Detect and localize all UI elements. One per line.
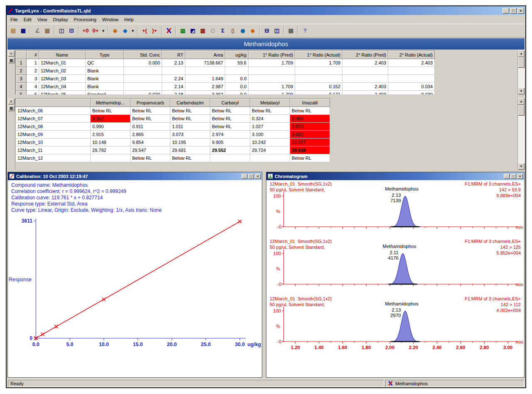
results-cell[interactable]: QC — [86, 59, 124, 67]
summary-cell[interactable]: Below RL — [290, 154, 330, 162]
summary-cell[interactable]: 1.027 — [250, 123, 290, 131]
summary-cell[interactable]: 29.538 — [290, 146, 330, 154]
results-cell[interactable]: 2.14 — [162, 83, 185, 91]
results-cell[interactable]: 2.13 — [162, 59, 185, 67]
results-cell[interactable]: Blank — [86, 83, 124, 91]
summary-cell[interactable]: 10.227 — [290, 139, 330, 146]
results-cell[interactable] — [249, 75, 295, 83]
blank-window-icon[interactable]: □ — [208, 26, 218, 35]
summary-cell[interactable]: 29.547 — [131, 146, 170, 154]
results-cell[interactable]: 1.709 — [249, 91, 295, 95]
chromatogram-window-icon[interactable]: ▨ — [178, 26, 188, 35]
summary-cell[interactable]: 0.317 — [91, 115, 131, 123]
results-cell[interactable]: 1 — [27, 59, 39, 67]
results-cell[interactable]: 0.034 — [388, 83, 435, 91]
results-chart-icon[interactable]: ▥ — [198, 26, 208, 35]
next-bracket-icon[interactable]: )+ — [150, 26, 160, 35]
results-cell[interactable]: 12March_01 — [39, 59, 86, 67]
results-cell[interactable]: 1.709 — [249, 59, 295, 67]
results-cell[interactable]: 0.0 — [225, 83, 249, 91]
scroll-track[interactable] — [518, 116, 525, 163]
results-cell[interactable] — [388, 67, 435, 75]
goto-prev-compound-icon[interactable]: +0 — [81, 26, 91, 35]
nav-dropdown-arrow-icon[interactable]: ▾ — [130, 26, 135, 35]
menu-help[interactable]: Help — [121, 16, 137, 23]
sample-name-cell[interactable]: 12March_07 — [16, 115, 91, 123]
calibration-title-bar[interactable]: Calibration: 10 Oct 2003 12:19:47 _ □ × — [8, 172, 262, 180]
summary-cell[interactable]: 10.242 — [250, 139, 290, 146]
spectrum-window-icon[interactable]: ◩ — [188, 26, 198, 35]
results-cell[interactable]: 3.362 — [185, 91, 225, 95]
close-button[interactable]: × — [517, 174, 523, 179]
title-bar[interactable]: TargetLynx - ConfirmRaisinsTL.qld _ □ × — [7, 6, 525, 15]
results-cell[interactable] — [342, 75, 388, 83]
summary-scrollbar[interactable]: ▲ ▼ — [517, 98, 525, 170]
results-cell[interactable]: Blank — [86, 67, 124, 75]
results-cell[interactable]: 12March_02 — [39, 67, 86, 75]
menu-view[interactable]: View — [34, 16, 50, 23]
menu-window[interactable]: Window — [99, 16, 121, 23]
compass-icon[interactable]: ◆ — [248, 26, 258, 35]
pane-close-icon[interactable]: × — [8, 99, 15, 104]
results-cell[interactable]: 2.403 — [342, 83, 388, 91]
results-cell[interactable]: 0.152 — [295, 83, 342, 91]
scroll-track[interactable] — [518, 68, 525, 88]
pane-pin-icon[interactable]: ▦ — [8, 57, 15, 63]
results-cell[interactable]: 5 — [27, 91, 39, 95]
close-button[interactable]: × — [517, 8, 524, 14]
goto-next-compound-icon[interactable]: 0+ — [91, 26, 101, 35]
summary-cell[interactable]: 2.865 — [131, 131, 170, 139]
results-cell[interactable]: 2.403 — [342, 91, 388, 95]
summary-cell[interactable]: Below RL — [170, 154, 210, 162]
results-cell[interactable] — [162, 67, 185, 75]
sample-name-cell[interactable]: 12March_12 — [16, 154, 91, 162]
summary-cell[interactable]: Below RL — [290, 107, 330, 115]
summary-cell[interactable]: 9.854 — [131, 139, 170, 146]
summary-cell[interactable]: Below RL — [131, 115, 170, 123]
results-scrollbar[interactable]: ▲ ▼ — [517, 50, 525, 94]
summary-cell[interactable]: Below RL — [170, 115, 210, 123]
print-icon[interactable]: ▤ — [286, 26, 296, 35]
results-cell[interactable] — [249, 67, 295, 75]
calibration-curve-icon[interactable]: ▧ — [42, 26, 52, 35]
summary-cell[interactable]: 1.023 — [290, 123, 330, 131]
summary-cell[interactable]: Below RL — [170, 107, 210, 115]
results-cell[interactable]: 2.24 — [162, 75, 185, 83]
summary-cell[interactable]: 29.782 — [91, 146, 131, 154]
results-cell[interactable]: 2.403 — [342, 59, 388, 67]
threshold-icon[interactable]: ∠ — [32, 26, 42, 35]
summary-cell[interactable]: 3.100 — [250, 131, 290, 139]
pane-close-icon[interactable]: × — [8, 51, 15, 57]
results-cell[interactable]: 3 — [27, 75, 39, 83]
summary-cell[interactable] — [250, 154, 290, 162]
summary-cell[interactable]: 29.681 — [170, 146, 210, 154]
summary-cell[interactable]: Below RL — [131, 154, 170, 162]
results-cell[interactable]: 0.020 — [124, 91, 162, 95]
results-cell[interactable] — [124, 67, 162, 75]
summary-cell[interactable]: 2.974 — [210, 131, 250, 139]
row-selector[interactable]: 5 — [16, 91, 27, 95]
summary-cell[interactable]: 1.011 — [170, 123, 210, 131]
scroll-up-icon[interactable]: ▲ — [518, 50, 525, 57]
copy-window-icon[interactable]: ◫ — [57, 26, 66, 35]
nav-chromatogram-icon[interactable]: ◈ — [120, 26, 130, 35]
results-cell[interactable] — [225, 67, 249, 75]
results-cell[interactable]: 2.18 — [162, 91, 185, 95]
minimize-button[interactable]: _ — [504, 174, 510, 179]
summary-cell[interactable]: 10.195 — [170, 139, 210, 146]
results-cell[interactable]: 0.171 — [295, 91, 342, 95]
chromatogram-title-bar[interactable]: Chromatogram _ □ × — [266, 172, 524, 180]
results-cell[interactable]: 12March_04 — [39, 83, 86, 91]
results-cell[interactable] — [124, 83, 162, 91]
results-cell[interactable]: 2.403 — [388, 59, 435, 67]
results-cell[interactable] — [124, 75, 162, 83]
scroll-up-icon[interactable]: ▲ — [518, 98, 525, 105]
close-button[interactable]: × — [255, 174, 261, 179]
sample-name-cell[interactable]: 12March_06 — [16, 107, 91, 115]
results-cell[interactable]: 0.0 — [225, 75, 249, 83]
summary-cell[interactable]: 3.073 — [170, 131, 210, 139]
summary-cell[interactable]: Below RL — [210, 115, 250, 123]
minimize-button[interactable]: _ — [502, 8, 509, 14]
row-selector[interactable]: 2 — [16, 67, 27, 75]
results-cell[interactable]: 2 — [27, 67, 39, 75]
